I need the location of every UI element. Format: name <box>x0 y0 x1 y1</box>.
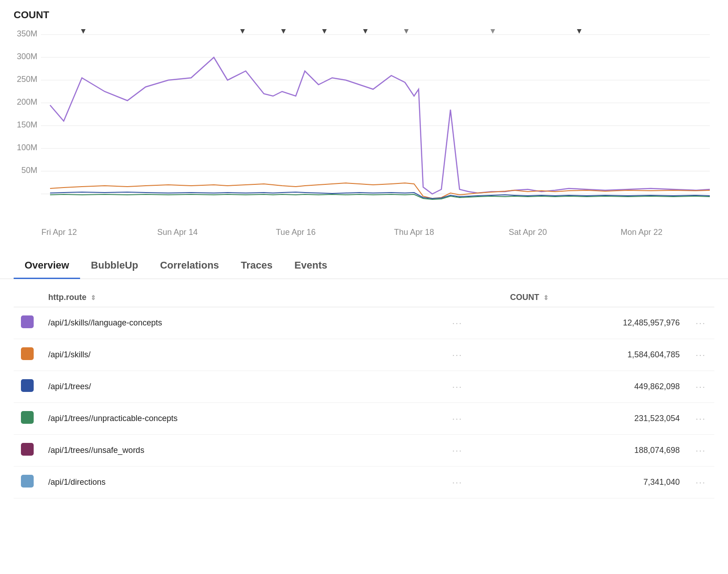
row-color-indicator <box>21 379 34 392</box>
route-cell: /api/1/trees//unpracticable-concepts <box>41 403 412 435</box>
table-header-row: http.route ⇕ COUNT ⇕ <box>14 288 714 307</box>
svg-text:150M: 150M <box>17 120 37 129</box>
svg-marker-19 <box>363 29 368 34</box>
row-actions-cell: ··· <box>687 403 714 435</box>
spacer-cell: ··· <box>412 339 503 371</box>
count-header[interactable]: COUNT ⇕ <box>503 288 687 307</box>
chart-title: COUNT <box>14 9 714 21</box>
color-cell <box>14 339 41 371</box>
row-color-indicator <box>21 411 34 424</box>
color-header <box>14 288 41 307</box>
svg-text:Fri Apr 12: Fri Apr 12 <box>41 228 77 237</box>
tabs-section: Overview BubbleUp Correlations Traces Ev… <box>0 253 728 279</box>
color-cell <box>14 307 41 339</box>
route-cell: /api/1/directions <box>41 467 412 498</box>
tab-events[interactable]: Events <box>283 253 338 279</box>
tabs-container: Overview BubbleUp Correlations Traces Ev… <box>14 253 714 279</box>
row-more-options-mid[interactable]: ··· <box>452 445 463 455</box>
table-row: /api/1/trees//unpracticable-concepts ···… <box>14 403 714 435</box>
row-more-options-mid[interactable]: ··· <box>452 318 463 328</box>
chart-section: COUNT 350M 300M 250M 200M 150M 100M 50M <box>0 0 728 249</box>
table-row: /api/1/directions ··· 7,341,040 ··· <box>14 467 714 498</box>
spacer-cell: ··· <box>412 371 503 403</box>
route-cell: /api/1/skills/ <box>41 339 412 371</box>
route-cell: /api/1/skills//language-concepts <box>41 307 412 339</box>
route-cell: /api/1/trees/ <box>41 371 412 403</box>
count-sort-icon[interactable]: ⇕ <box>543 294 549 301</box>
row-actions-cell: ··· <box>687 371 714 403</box>
table-section: http.route ⇕ COUNT ⇕ /api/1/skills//lang… <box>0 279 728 508</box>
tab-bubbleup[interactable]: BubbleUp <box>80 253 149 279</box>
svg-marker-20 <box>404 29 409 34</box>
count-cell: 1,584,604,785 <box>503 339 687 371</box>
svg-marker-16 <box>240 29 245 34</box>
data-table: http.route ⇕ COUNT ⇕ /api/1/skills//lang… <box>14 288 714 498</box>
count-cell: 449,862,098 <box>503 371 687 403</box>
spacer-cell: ··· <box>412 467 503 498</box>
row-actions-cell: ··· <box>687 307 714 339</box>
more-header <box>687 288 714 307</box>
row-color-indicator <box>21 475 34 488</box>
svg-text:350M: 350M <box>17 29 37 38</box>
route-cell: /api/1/trees//unsafe_words <box>41 435 412 467</box>
count-cell: 188,074,698 <box>503 435 687 467</box>
row-actions-cell: ··· <box>687 339 714 371</box>
count-cell: 7,341,040 <box>503 467 687 498</box>
svg-text:Mon Apr 22: Mon Apr 22 <box>621 228 662 237</box>
svg-marker-17 <box>281 29 286 34</box>
row-more-options[interactable]: ··· <box>696 477 706 487</box>
row-more-options[interactable]: ··· <box>696 413 706 423</box>
row-more-options[interactable]: ··· <box>696 350 706 360</box>
spacer-cell: ··· <box>412 403 503 435</box>
row-more-options-mid[interactable]: ··· <box>452 413 463 423</box>
chart-svg: 350M 300M 250M 200M 150M 100M 50M Fri Ap… <box>14 25 714 244</box>
tab-correlations[interactable]: Correlations <box>149 253 230 279</box>
svg-text:Sun Apr 14: Sun Apr 14 <box>157 228 197 237</box>
row-more-options-mid[interactable]: ··· <box>452 381 463 391</box>
spacer-cell: ··· <box>412 435 503 467</box>
chart-container: 350M 300M 250M 200M 150M 100M 50M Fri Ap… <box>14 25 714 244</box>
svg-text:300M: 300M <box>17 52 37 61</box>
row-color-indicator <box>21 315 34 328</box>
row-more-options[interactable]: ··· <box>696 318 706 328</box>
svg-text:50M: 50M <box>21 166 37 175</box>
svg-text:100M: 100M <box>17 143 37 152</box>
row-actions-cell: ··· <box>687 467 714 498</box>
row-color-indicator <box>21 347 34 360</box>
color-cell <box>14 403 41 435</box>
svg-marker-22 <box>577 29 581 34</box>
tab-traces[interactable]: Traces <box>230 253 283 279</box>
svg-marker-15 <box>81 29 86 34</box>
table-row: /api/1/skills//language-concepts ··· 12,… <box>14 307 714 339</box>
spacer-cell: ··· <box>412 307 503 339</box>
route-sort-icon[interactable]: ⇕ <box>91 294 96 301</box>
count-cell: 231,523,054 <box>503 403 687 435</box>
row-color-indicator <box>21 443 34 456</box>
row-more-options[interactable]: ··· <box>696 381 706 391</box>
svg-marker-21 <box>490 29 495 34</box>
row-more-options-mid[interactable]: ··· <box>452 350 463 360</box>
count-cell: 12,485,957,976 <box>503 307 687 339</box>
svg-marker-18 <box>322 29 327 34</box>
svg-text:200M: 200M <box>17 97 37 107</box>
table-row: /api/1/skills/ ··· 1,584,604,785 ··· <box>14 339 714 371</box>
svg-text:Tue Apr 16: Tue Apr 16 <box>276 228 315 237</box>
row-actions-cell: ··· <box>687 435 714 467</box>
spacer-header <box>412 288 503 307</box>
row-more-options-mid[interactable]: ··· <box>452 477 463 487</box>
table-row: /api/1/trees//unsafe_words ··· 188,074,6… <box>14 435 714 467</box>
tab-overview[interactable]: Overview <box>14 253 80 279</box>
row-more-options[interactable]: ··· <box>696 445 706 455</box>
svg-text:Sat Apr 20: Sat Apr 20 <box>509 228 547 237</box>
svg-text:Thu Apr 18: Thu Apr 18 <box>394 228 434 237</box>
color-cell <box>14 435 41 467</box>
route-header[interactable]: http.route ⇕ <box>41 288 412 307</box>
color-cell <box>14 371 41 403</box>
color-cell <box>14 467 41 498</box>
table-row: /api/1/trees/ ··· 449,862,098 ··· <box>14 371 714 403</box>
svg-text:250M: 250M <box>17 75 37 84</box>
